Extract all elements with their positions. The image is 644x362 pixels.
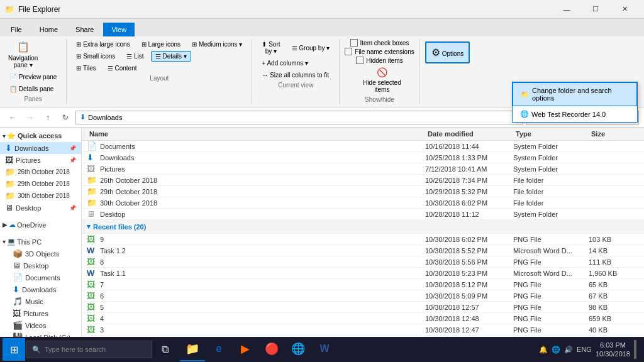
file-row-29oct[interactable]: 📁 29th October 2018 10/29/2018 5:32 PM F… xyxy=(82,186,644,197)
desktop-icon: 🖥 xyxy=(5,203,13,212)
minimize-button[interactable]: — xyxy=(552,0,581,19)
options-label: Options xyxy=(442,50,464,57)
sidebar-item-downloads[interactable]: ⬇ Downloads 📌 xyxy=(0,142,81,154)
preview-pane-button[interactable]: 📄 Preview pane xyxy=(5,72,61,82)
recent-file-row[interactable]: 🖼 4 10/30/2018 12:48 PNG File 659 KB xyxy=(82,313,644,324)
taskbar-vlc[interactable]: ▶ xyxy=(233,337,258,361)
item-check-boxes-toggle[interactable]: Item check boxes xyxy=(350,39,409,47)
col-size[interactable]: Size xyxy=(589,129,639,139)
file-icon-7: 🖼 xyxy=(87,314,97,323)
sidebar-item-desktop-pc[interactable]: 🖥 Desktop xyxy=(0,260,81,272)
refresh-button[interactable]: ↻ xyxy=(58,110,73,125)
recent-files-header[interactable]: ▾ Recent files (20) xyxy=(82,220,644,234)
pictures-icon: 🖼 xyxy=(5,155,13,165)
hide-selected-button[interactable]: 🚫 Hide selecteditems xyxy=(358,65,406,95)
tab-file[interactable]: File xyxy=(3,23,30,36)
taskbar-search[interactable]: 🔍 Type here to search xyxy=(26,341,152,358)
ribbon: File Home Share View 📋 Navigationpane ▾ … xyxy=(0,19,644,107)
small-icons-button[interactable]: ⊞ Small icons xyxy=(72,51,119,62)
group-by-button[interactable]: ☰ Group by ▾ xyxy=(287,43,335,53)
sidebar-item-documents-pc[interactable]: 📄 Documents xyxy=(0,272,81,283)
web-test-recorder[interactable]: 🌐 Web Test Recorder 14.0 xyxy=(513,106,637,122)
tab-share[interactable]: Share xyxy=(67,23,102,36)
sidebar-item-music[interactable]: 🎵 Music xyxy=(0,295,81,307)
taskbar-file-explorer[interactable]: 📁 xyxy=(180,337,205,361)
language-indicator[interactable]: ENG xyxy=(577,346,592,353)
task-view-button[interactable]: ⧉ xyxy=(153,338,176,361)
col-type[interactable]: Type xyxy=(513,129,589,139)
sidebar-item-downloads-pc[interactable]: ⬇ Downloads xyxy=(0,283,81,295)
taskbar-edge[interactable]: e xyxy=(206,337,231,361)
recent-file-row[interactable]: 🖼 5 10/30/2018 12:57 PNG File 98 KB xyxy=(82,302,644,313)
address-bar[interactable]: ⬇ Downloads ▾ xyxy=(75,111,523,124)
notification-icon[interactable]: 🔔 xyxy=(539,346,548,354)
maximize-button[interactable]: ☐ xyxy=(581,0,610,19)
network-icon[interactable]: 🌐 xyxy=(552,346,560,354)
sidebar-item-29oct[interactable]: 📁 29th October 2018 xyxy=(0,178,81,190)
close-button[interactable]: ✕ xyxy=(610,0,639,19)
taskbar-app-red[interactable]: 🔴 xyxy=(259,337,284,361)
size-all-columns-button[interactable]: ↔ Size all columns to fit xyxy=(257,70,333,80)
extra-large-icons-button[interactable]: ⊞ Extra large icons xyxy=(72,39,134,50)
change-folder-search-options[interactable]: 📁 Change folder and search options xyxy=(513,82,637,106)
forward-button[interactable]: → xyxy=(23,110,38,125)
sidebar-item-26oct[interactable]: 📁 26th October 2018 xyxy=(0,166,81,178)
file-row-desktop[interactable]: 🖥 Desktop 10/28/2018 11:12 System Folder xyxy=(82,209,644,220)
show-desktop-button[interactable] xyxy=(634,340,636,359)
onedrive-header[interactable]: ▶ ☁ OneDrive xyxy=(0,219,81,231)
details-pane-button[interactable]: 📋 Details pane xyxy=(5,84,58,94)
file-size-0: 103 KB xyxy=(589,236,639,243)
col-date[interactable]: Date modified xyxy=(425,129,513,139)
recent-file-row[interactable]: W Task 1.1 10/30/2018 5:23 PM Microsoft … xyxy=(82,268,644,279)
tab-home[interactable]: Home xyxy=(31,23,66,36)
file-row-downloads[interactable]: ⬇ Downloads 10/25/2018 1:33 PM System Fo… xyxy=(82,152,644,163)
file-icon-0: 🖼 xyxy=(87,234,97,244)
up-button[interactable]: ↑ xyxy=(40,110,55,125)
sidebar-item-pictures[interactable]: 🖼 Pictures 📌 xyxy=(0,154,81,166)
sidebar-item-30oct[interactable]: 📁 30th October 2018 xyxy=(0,190,81,202)
file-row-30oct[interactable]: 📁 30th October 2018 10/30/2018 6:02 PM F… xyxy=(82,197,644,209)
recent-file-row[interactable]: 🖼 8 10/30/2018 5:56 PM PNG File 111 KB xyxy=(82,256,644,268)
recent-file-row[interactable]: 🖼 3 10/30/2018 12:47 PNG File 40 KB xyxy=(82,324,644,336)
details-button[interactable]: ☰ Details ▾ xyxy=(151,51,191,62)
large-icons-button[interactable]: ⊞ Large icons xyxy=(137,39,185,50)
file-name-3: Task 1.1 xyxy=(100,270,126,277)
panes-group: 📋 Navigationpane ▾ 📄 Preview pane 📋 Deta… xyxy=(5,39,67,104)
hidden-items-toggle[interactable]: Hidden items xyxy=(356,57,402,64)
folder-30-file-icon: 📁 xyxy=(87,198,97,207)
options-button[interactable]: ⚙ Options xyxy=(425,41,470,63)
recent-file-row[interactable]: 🖼 9 10/30/2018 6:02 PM PNG File 103 KB xyxy=(82,234,644,245)
file-row-26oct[interactable]: 📁 26th October 2018 10/26/2018 7:34 PM F… xyxy=(82,175,644,186)
tiles-button[interactable]: ⊞ Tiles xyxy=(72,63,100,74)
list-button[interactable]: ☰ List xyxy=(122,51,148,62)
recent-file-row[interactable]: 🖼 7 10/30/2018 5:12 PM PNG File 65 KB xyxy=(82,279,644,290)
quick-access-header[interactable]: ▾ ⭐ Quick access xyxy=(0,130,81,142)
navigation-pane-button[interactable]: 📋 Navigationpane ▾ xyxy=(5,39,41,70)
file-row-documents[interactable]: 📄 Documents 10/16/2018 11:44 System Fold… xyxy=(82,141,644,152)
recent-file-row[interactable]: W Task 1.2 10/30/2018 5:52 PM Microsoft … xyxy=(82,245,644,256)
sidebar-item-pictures-pc[interactable]: 🖼 Pictures xyxy=(0,307,81,319)
volume-icon[interactable]: 🔊 xyxy=(564,346,573,354)
back-button[interactable]: ← xyxy=(5,110,20,125)
start-button[interactable]: ⊞ xyxy=(3,338,25,361)
file-row-pictures[interactable]: 🖼 Pictures 7/12/2018 10:41 AM System Fol… xyxy=(82,163,644,175)
this-pc-header[interactable]: ▾ 💻 This PC xyxy=(0,236,81,248)
tab-view[interactable]: View xyxy=(103,23,135,36)
sidebar-item-3d-objects[interactable]: 📦 3D Objects xyxy=(0,248,81,260)
this-pc-chevron: ▾ xyxy=(3,238,6,245)
taskbar-time[interactable]: 6:03 PM 10/30/2018 xyxy=(596,341,630,359)
content-button[interactable]: ☰ Content xyxy=(103,63,142,74)
medium-icons-button[interactable]: ⊞ Medium icons ▾ xyxy=(187,39,247,50)
sort-by-button[interactable]: ⬆ Sortby ▾ xyxy=(257,39,284,57)
sidebar-item-videos[interactable]: 🎬 Videos xyxy=(0,319,81,331)
recent-file-row[interactable]: 🖼 6 10/30/2018 5:09 PM PNG File 67 KB xyxy=(82,290,644,302)
file-name-extensions-toggle[interactable]: File name extensions xyxy=(345,48,414,55)
title-bar-icon: 📁 xyxy=(5,5,14,14)
col-name[interactable]: Name xyxy=(87,129,425,139)
taskbar-word[interactable]: W xyxy=(312,337,337,361)
taskbar-chrome[interactable]: 🌐 xyxy=(286,337,311,361)
add-columns-button[interactable]: + Add columns ▾ xyxy=(257,58,313,69)
sidebar-item-desktop[interactable]: 🖥 Desktop 📌 xyxy=(0,202,81,214)
title-bar: 📁 File Explorer — ☐ ✕ xyxy=(0,0,644,19)
file-date-6: 10/30/2018 12:57 xyxy=(425,304,513,311)
